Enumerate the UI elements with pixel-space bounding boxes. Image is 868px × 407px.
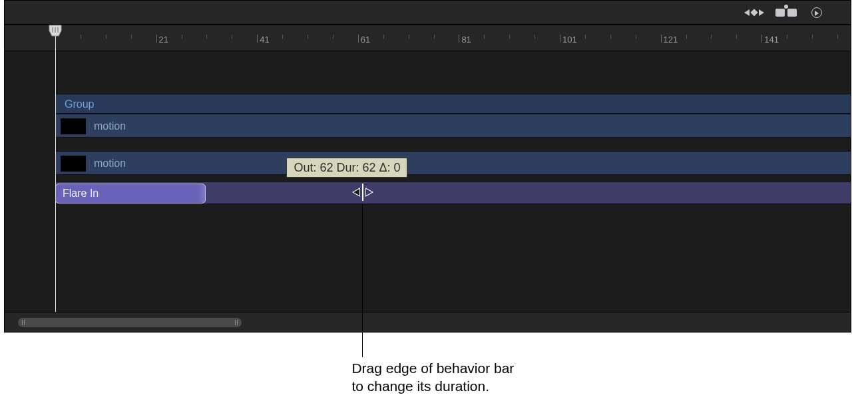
layer-label: motion: [94, 114, 126, 138]
layer-thumbnail: [61, 118, 86, 134]
playhead[interactable]: [55, 29, 56, 312]
behavior-bar[interactable]: Flare In: [55, 184, 206, 204]
group-label: Group: [65, 98, 94, 110]
layer-row[interactable]: motion: [55, 151, 851, 175]
layer-row[interactable]: motion: [55, 114, 851, 138]
timeline-tracks: Group motion motion Flare In Out: 62 Dur…: [5, 51, 851, 312]
timeline-scrollbar[interactable]: [5, 312, 851, 332]
layer-thumbnail: [61, 156, 86, 172]
timeline-panel: 21416181101121141 Group motion moti: [4, 0, 851, 333]
behavior-label: Flare In: [63, 188, 99, 199]
group-header[interactable]: Group: [55, 94, 851, 114]
trim-tooltip: Out: 62 Dur: 62 Δ: 0: [286, 158, 407, 178]
keyframe-nav-icon[interactable]: [743, 5, 765, 20]
callout-text: Drag edge of behavior bar to change its …: [351, 359, 514, 396]
layer-label: motion: [94, 152, 126, 176]
behavior-row: Flare In: [55, 182, 851, 204]
timeline-ruler[interactable]: 21416181101121141: [5, 25, 851, 51]
timeline-toolbar: [5, 1, 851, 25]
clip-connect-icon[interactable]: [775, 5, 797, 20]
callout-leader: [362, 204, 363, 357]
preview-icon[interactable]: [805, 5, 828, 20]
scrollbar-thumb[interactable]: [18, 318, 242, 327]
